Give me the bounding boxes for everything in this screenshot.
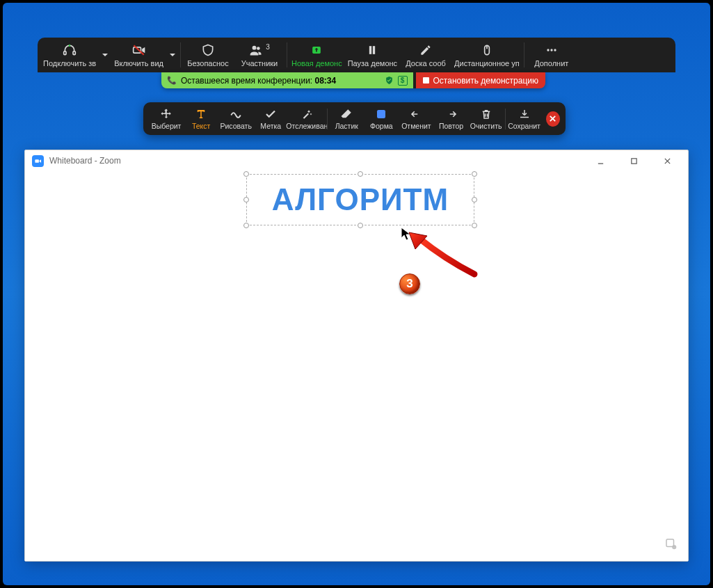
shield-check-icon <box>385 76 394 85</box>
redo-label: Повтор <box>439 122 463 130</box>
participants-button[interactable]: 3 Участники <box>234 38 285 72</box>
select-tool[interactable]: Выберит <box>149 102 184 135</box>
new-share-button[interactable]: Новая демонс <box>289 38 345 72</box>
whiteboard-window: Whiteboard - Zoom АЛГОРИТМ <box>24 150 689 562</box>
remote-button[interactable]: Дистанционное уп <box>451 38 522 72</box>
resize-handle[interactable] <box>472 197 477 202</box>
undo-label: Отменит <box>401 122 431 130</box>
annotation-arrow <box>406 231 483 280</box>
time-label: Оставшееся время конференции: <box>181 76 315 86</box>
close-button[interactable] <box>653 150 681 171</box>
separator <box>327 109 328 129</box>
draw-label: Рисовать <box>220 122 251 130</box>
check-icon <box>264 108 277 120</box>
eraser-icon <box>340 108 353 120</box>
pencil-icon <box>419 43 433 57</box>
separator <box>524 42 524 67</box>
eraser-label: Ластик <box>335 122 358 130</box>
whiteboard-titlebar[interactable]: Whiteboard - Zoom <box>25 150 688 171</box>
annotate-button[interactable]: Доска сооб <box>400 38 451 72</box>
svg-rect-12 <box>377 110 385 118</box>
resize-handle[interactable] <box>243 223 249 228</box>
svg-point-10 <box>550 49 552 51</box>
svg-point-2 <box>253 46 257 50</box>
video-off-icon <box>132 43 146 57</box>
dollar-icon: $ <box>398 76 408 86</box>
resize-handle[interactable] <box>358 171 363 177</box>
spotlight-label: Отслеживан <box>286 122 328 130</box>
participants-count: 3 <box>266 43 270 51</box>
separator <box>287 42 287 67</box>
save-label: Сохранит <box>508 122 540 130</box>
resize-handle[interactable] <box>472 223 477 228</box>
redo-tool[interactable]: Повтор <box>433 102 468 135</box>
close-annotation-button[interactable] <box>546 111 560 127</box>
trash-icon <box>480 108 492 120</box>
text-label: Текст <box>192 122 210 130</box>
status-time: 📞 Оставшееся время конференции: 08:34 $ <box>161 72 413 88</box>
new-share-label: Новая демонс <box>291 59 342 67</box>
audio-button[interactable]: Подключить зв <box>40 38 99 72</box>
more-button[interactable]: Дополнит <box>526 38 577 72</box>
text-tool[interactable]: Текст <box>184 102 218 135</box>
svg-point-11 <box>554 49 556 51</box>
annotation-toolbar: Выберит Текст Рисовать Метка Отслеживан … <box>143 102 566 135</box>
resize-handle[interactable] <box>243 197 249 202</box>
wand-icon <box>301 108 313 120</box>
stop-icon <box>423 77 429 84</box>
headphones-icon <box>63 43 77 57</box>
svg-rect-6 <box>373 46 375 54</box>
annotate-label: Доска сооб <box>406 59 446 67</box>
spotlight-tool[interactable]: Отслеживан <box>288 102 326 135</box>
pause-share-label: Пауза демонс <box>348 59 397 67</box>
eraser-tool[interactable]: Ластик <box>329 102 364 135</box>
pause-share-button[interactable]: Пауза демонс <box>345 38 400 72</box>
square-icon <box>375 108 387 120</box>
whiteboard-canvas[interactable]: АЛГОРИТМ 3 <box>25 171 688 561</box>
resize-handle[interactable] <box>358 223 363 228</box>
more-label: Дополнит <box>534 59 568 67</box>
separator <box>505 109 506 129</box>
clear-label: Очистить <box>470 122 502 130</box>
time-value: 08:34 <box>315 76 337 86</box>
pause-icon <box>365 43 379 57</box>
meeting-toolbar: Подключить зв Включить вид Безопаснос 3 … <box>38 38 675 72</box>
undo-tool[interactable]: Отменит <box>399 102 433 135</box>
security-button[interactable]: Безопаснос <box>182 38 234 72</box>
popout-button[interactable] <box>664 537 677 553</box>
minimize-button[interactable] <box>586 150 614 171</box>
clear-tool[interactable]: Очистить <box>469 102 504 135</box>
draw-tool[interactable]: Рисовать <box>218 102 253 135</box>
canvas-text[interactable]: АЛГОРИТМ <box>272 182 449 217</box>
security-label: Безопаснос <box>187 59 228 67</box>
video-button[interactable]: Включить вид <box>111 38 166 72</box>
svg-point-3 <box>257 47 260 50</box>
redo-icon <box>445 108 458 120</box>
svg-rect-15 <box>631 158 636 163</box>
resize-handle[interactable] <box>472 171 477 177</box>
save-tool[interactable]: Сохранит <box>507 102 542 135</box>
format-label: Форма <box>370 122 393 130</box>
video-chevron[interactable] <box>166 38 179 72</box>
remote-label: Дистанционное уп <box>454 59 520 67</box>
format-tool[interactable]: Форма <box>364 102 399 135</box>
svg-rect-5 <box>369 46 371 54</box>
text-selection-box[interactable]: АЛГОРИТМ <box>246 174 474 225</box>
phone-icon: 📞 <box>167 76 177 85</box>
resize-handle[interactable] <box>243 171 249 177</box>
stamp-tool[interactable]: Метка <box>253 102 288 135</box>
maximize-button[interactable] <box>620 150 648 171</box>
audio-chevron[interactable] <box>99 38 111 72</box>
video-label: Включить вид <box>114 59 163 67</box>
desktop: Подключить зв Включить вид Безопаснос 3 … <box>3 3 710 585</box>
share-up-icon <box>310 43 323 57</box>
step-badge: 3 <box>399 273 420 294</box>
shield-icon <box>201 43 215 57</box>
text-icon <box>195 108 207 120</box>
cursor-icon <box>401 227 412 242</box>
stop-share-button[interactable]: Остановить демонстрацию <box>416 72 545 88</box>
mouse-icon <box>480 43 494 57</box>
audio-label: Подключить зв <box>43 59 96 67</box>
whiteboard-title: Whiteboard - Zoom <box>49 156 121 166</box>
separator <box>180 42 181 67</box>
